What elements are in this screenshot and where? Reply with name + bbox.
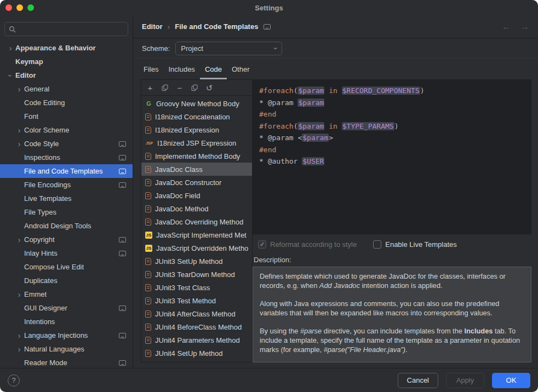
chevron-right-icon[interactable]: ›: [14, 140, 24, 148]
sidebar-item-label: Appearance & Behavior: [15, 44, 96, 52]
sidebar-item-label: File Types: [24, 208, 56, 216]
sidebar-item-label: Natural Languages: [24, 345, 84, 353]
help-button[interactable]: ?: [8, 374, 20, 387]
template-item-implemented-method-body[interactable]: Implemented Method Body: [141, 149, 252, 163]
sidebar-item-emmet[interactable]: ›Emmet: [0, 287, 133, 301]
sidebar-item-file-types[interactable]: File Types: [0, 205, 133, 219]
back-button[interactable]: ←: [502, 22, 511, 32]
template-item-junit4-beforeclass-method[interactable]: JUnit4 BeforeClass Method: [141, 320, 252, 333]
template-item-junit4-setup-method[interactable]: JUnit4 SetUp Method: [141, 347, 252, 360]
zoom-button[interactable]: [27, 4, 34, 11]
template-item-junit3-test-method[interactable]: JUnit3 Test Method: [141, 294, 252, 307]
revert-icon[interactable]: ↺: [205, 84, 213, 91]
sidebar-item-intentions[interactable]: Intentions: [0, 315, 133, 328]
sidebar-item-code-style[interactable]: ›Code Style: [0, 137, 133, 151]
monitor-icon: [119, 360, 126, 366]
template-file-icon: [145, 297, 151, 304]
template-item-groovy-new-method-body[interactable]: GGroovy New Method Body: [141, 97, 252, 110]
template-item-javadoc-method[interactable]: JavaDoc Method: [141, 202, 252, 215]
ok-button[interactable]: OK: [492, 373, 530, 388]
chevron-down-icon[interactable]: ›: [7, 71, 14, 80]
tab-includes[interactable]: Includes: [163, 60, 199, 79]
sidebar-item-language-injections[interactable]: ›Language Injections: [0, 328, 133, 342]
sidebar-item-label: Code Style: [24, 140, 59, 148]
sidebar-item-general[interactable]: ›General: [0, 82, 133, 96]
sidebar-item-natural-languages[interactable]: ›Natural Languages: [0, 342, 133, 356]
template-item-i18nized-jsp-expression[interactable]: JSPI18nized JSP Expression: [141, 136, 252, 149]
template-item-javadoc-overriding-method[interactable]: JavaDoc Overriding Method: [141, 215, 252, 228]
chevron-right-icon[interactable]: ›: [14, 291, 24, 298]
scheme-select[interactable]: Project ›: [175, 42, 282, 55]
sidebar-item-inlay-hints[interactable]: Inlay Hints: [0, 246, 133, 260]
template-item-javadoc-constructor[interactable]: JavaDoc Constructor: [141, 176, 252, 189]
sidebar-item-gui-designer[interactable]: GUI Designer: [0, 301, 133, 315]
description-paragraph: Along with Java expressions and comments…: [260, 299, 524, 318]
template-item-javascript-overridden-metho[interactable]: JSJavaScript Overridden Metho: [141, 241, 252, 255]
sidebar-item-keymap[interactable]: Keymap: [0, 55, 133, 68]
sidebar-item-live-templates[interactable]: Live Templates: [0, 192, 133, 205]
apply-button[interactable]: Apply: [446, 373, 484, 388]
chevron-right-icon[interactable]: ›: [14, 332, 24, 339]
sidebar-item-appearance-behavior[interactable]: ›Appearance & Behavior: [0, 41, 133, 55]
add-icon[interactable]: +: [146, 84, 154, 91]
remove-icon[interactable]: −: [176, 84, 184, 91]
sidebar-item-file-and-code-templates[interactable]: File and Code Templates: [0, 164, 133, 178]
template-item-i18nized-expression[interactable]: I18nized Expression: [141, 123, 252, 136]
settings-search-box[interactable]: [4, 22, 128, 36]
reformat-checkbox[interactable]: ✓ Reformat according to style: [258, 240, 357, 249]
sidebar-item-font[interactable]: Font: [0, 109, 133, 123]
monitor-icon: [119, 155, 126, 160]
chevron-right-icon[interactable]: ›: [5, 44, 15, 52]
template-item-javadoc-class[interactable]: JavaDoc Class: [141, 163, 252, 176]
sidebar-item-reader-mode[interactable]: Reader Mode: [0, 356, 133, 368]
sidebar-item-file-encodings[interactable]: File Encodings: [0, 178, 133, 192]
description-panel[interactable]: Defines template which used to generate …: [253, 267, 531, 362]
template-item-junit3-test-class[interactable]: JUnit3 Test Class: [141, 281, 252, 294]
template-item-label: JavaDoc Field: [155, 192, 200, 200]
tab-files[interactable]: Files: [139, 60, 163, 79]
monitor-icon: [119, 141, 126, 147]
sidebar-item-duplicates[interactable]: Duplicates: [0, 274, 133, 287]
template-file-icon: [145, 179, 151, 186]
sidebar-item-editor[interactable]: ›Editor: [0, 68, 133, 82]
code-token: $param: [302, 134, 329, 142]
breadcrumb-item-editor[interactable]: Editor: [142, 22, 163, 31]
template-item-junit3-setup-method[interactable]: JUnit3 SetUp Method: [141, 255, 252, 268]
sidebar-item-label: General: [24, 85, 49, 93]
copy-icon[interactable]: [161, 84, 169, 91]
jsp-icon: JSP: [145, 141, 153, 145]
template-editor[interactable]: #foreach($param in $RECORD_COMPONENTS) *…: [253, 79, 531, 234]
monitor-icon: [119, 333, 126, 338]
duplicate-icon[interactable]: [191, 84, 198, 91]
template-item-label: JUnit4 Parameters Method: [155, 336, 240, 344]
minimize-button[interactable]: [16, 4, 23, 11]
cancel-button[interactable]: Cancel: [398, 373, 438, 388]
template-item-javascript-implemented-met[interactable]: JSJavaScript Implemented Met: [141, 228, 252, 241]
sidebar-item-copyright[interactable]: ›Copyright: [0, 233, 133, 246]
sidebar-item-inspections[interactable]: Inspections: [0, 151, 133, 164]
chevron-right-icon[interactable]: ›: [14, 236, 24, 244]
template-item-junit4-afterclass-method[interactable]: JUnit4 AfterClass Method: [141, 307, 252, 320]
sidebar-item-compose-live-edit[interactable]: Compose Live Edit: [0, 260, 133, 274]
sidebar-item-android-design-tools[interactable]: Android Design Tools: [0, 219, 133, 233]
sidebar-item-color-scheme[interactable]: ›Color Scheme: [0, 123, 133, 137]
template-item-i18nized-concatenation[interactable]: I18nized Concatenation: [141, 110, 252, 123]
search-input[interactable]: [19, 25, 124, 34]
template-file-icon: [145, 258, 151, 265]
chevron-right-icon[interactable]: ›: [14, 126, 24, 134]
tab-other[interactable]: Other: [227, 60, 255, 79]
template-item-javadoc-field[interactable]: JavaDoc Field: [141, 189, 252, 202]
template-item-label: JUnit4 BeforeClass Method: [155, 323, 242, 331]
tabs: FilesIncludesCodeOther: [133, 59, 538, 79]
sidebar-item-code-editing[interactable]: Code Editing: [0, 96, 133, 109]
enable-live-templates-checkbox[interactable]: ✓ Enable Live Templates: [373, 240, 457, 249]
footer: ? Cancel Apply OK: [0, 368, 538, 392]
template-item-junit4-parameters-method[interactable]: JUnit4 Parameters Method: [141, 333, 252, 347]
template-item-junit3-teardown-method[interactable]: JUnit3 TearDown Method: [141, 268, 252, 281]
breadcrumb-item-file-and-code-templates[interactable]: File and Code Templates: [175, 22, 258, 31]
close-button[interactable]: [5, 4, 12, 11]
chevron-right-icon[interactable]: ›: [14, 345, 24, 353]
forward-button[interactable]: →: [520, 22, 529, 32]
chevron-right-icon[interactable]: ›: [14, 85, 24, 93]
tab-code[interactable]: Code: [200, 60, 227, 79]
